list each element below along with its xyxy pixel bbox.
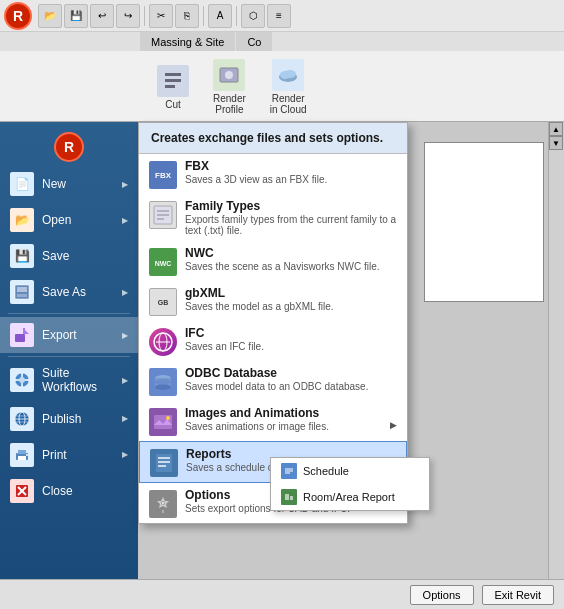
toolbar-undo-button[interactable]: ↩ (90, 4, 114, 28)
ifc-icon (149, 328, 177, 356)
svg-rect-2 (165, 85, 175, 88)
dropdown-header: Creates exchange files and sets options. (139, 123, 407, 154)
svg-point-54 (162, 502, 165, 505)
toolbar-save-button[interactable]: 💾 (64, 4, 88, 28)
sidebar-item-new[interactable]: 📄 New ▶ (0, 166, 138, 202)
reports-submenu: Schedule Room/Area Report (270, 457, 430, 511)
sidebar-item-open[interactable]: 📂 Open ▶ (0, 202, 138, 238)
tab-massing-site[interactable]: Massing & Site (140, 32, 235, 51)
dropdown-item-odbc[interactable]: ODBC Database Saves model data to an ODB… (139, 361, 407, 401)
ribbon-render-profile-button[interactable]: Render Profile (206, 55, 253, 119)
svg-rect-50 (158, 461, 170, 463)
tab-co[interactable]: Co (236, 32, 272, 51)
sidebar-item-save[interactable]: 💾 Save (0, 238, 138, 274)
svg-rect-49 (158, 457, 170, 459)
toolbar-cut-button[interactable]: ✂ (149, 4, 173, 28)
svg-point-15 (19, 377, 25, 383)
sidebar-label-save: Save (42, 249, 69, 263)
save-icon: 💾 (10, 244, 34, 268)
svg-rect-1 (165, 79, 181, 82)
svg-rect-13 (23, 328, 25, 334)
svg-point-47 (166, 416, 170, 420)
svg-text:NWC: NWC (155, 260, 172, 267)
schedule-icon (281, 463, 297, 479)
print-icon (10, 443, 34, 467)
svg-rect-11 (15, 334, 25, 342)
exit-revit-button[interactable]: Exit Revit (482, 585, 554, 605)
fbx-desc: Saves a 3D view as an FBX file. (185, 174, 397, 185)
ribbon-cut-button[interactable]: Cut (150, 61, 196, 114)
sidebar-logo: R (54, 132, 84, 162)
sidebar-label-saveas: Save As (42, 285, 86, 299)
room-area-icon (281, 489, 297, 505)
drawing-canvas (424, 142, 544, 302)
sidebar-item-saveas[interactable]: Save As ▶ (0, 274, 138, 310)
images-title: Images and Animations (185, 406, 382, 420)
dropdown-item-images[interactable]: Images and Animations Saves animations o… (139, 401, 407, 441)
toolbar-text-button[interactable]: A (208, 4, 232, 28)
sidebar-item-print[interactable]: Print ▶ (0, 437, 138, 473)
nwc-title: NWC (185, 246, 397, 260)
ribbon-area: Massing & Site Co Cut Rende (0, 32, 564, 122)
sidebar-divider-1 (8, 313, 130, 314)
scroll-down-button[interactable]: ▼ (549, 136, 563, 150)
scroll-up-button[interactable]: ▲ (549, 122, 563, 136)
svg-point-7 (284, 70, 296, 78)
toolbar: R 📂 💾 ↩ ↪ ✂ ⎘ A ⬡ ≡ (0, 0, 564, 32)
svg-rect-61 (290, 496, 293, 500)
open-arrow-icon: ▶ (122, 216, 128, 225)
toolbar-separator-3 (236, 6, 237, 26)
sidebar: R 📄 New ▶ 📂 Open ▶ 💾 Save (0, 122, 138, 579)
saveas-arrow-icon: ▶ (122, 288, 128, 297)
svg-point-4 (225, 71, 233, 79)
export-arrow-icon: ▶ (122, 331, 128, 340)
sidebar-label-suite: Suite Workflows (42, 366, 97, 395)
odbc-icon (149, 368, 177, 396)
saveas-icon (10, 280, 34, 304)
cut-icon (157, 65, 189, 97)
reports-icon (150, 449, 178, 477)
sidebar-label-new: New (42, 177, 66, 191)
svg-rect-27 (18, 456, 26, 460)
family-types-title: Family Types (185, 199, 397, 213)
render-cloud-icon (272, 59, 304, 91)
ribbon-tabs: Massing & Site Co (0, 32, 564, 51)
fbx-icon: FBX (149, 161, 177, 189)
toolbar-dim-button[interactable]: ⬡ (241, 4, 265, 28)
ribbon-render-cloud-button[interactable]: Render in Cloud (263, 55, 314, 119)
sidebar-label-print: Print (42, 448, 67, 462)
sidebar-label-close: Close (42, 484, 73, 498)
dropdown-item-nwc[interactable]: NWC NWC Saves the scene as a Navisworks … (139, 241, 407, 281)
svg-rect-51 (158, 465, 166, 467)
images-icon (149, 408, 177, 436)
dropdown-item-gbxml[interactable]: GB gbXML Saves the model as a gbXML file… (139, 281, 407, 321)
toolbar-separator-1 (144, 6, 145, 26)
options-button[interactable]: Options (410, 585, 474, 605)
sidebar-item-export[interactable]: Export ▶ (0, 317, 138, 353)
svg-point-44 (155, 379, 171, 385)
sidebar-label-open: Open (42, 213, 71, 227)
sidebar-item-close[interactable]: Close (0, 473, 138, 509)
ribbon-content: Cut Render Profile Render in Cloud (0, 51, 564, 123)
sidebar-item-suite[interactable]: Suite Workflows ▶ (0, 360, 138, 401)
dropdown-item-ifc[interactable]: IFC Saves an IFC file. (139, 321, 407, 361)
fbx-title: FBX (185, 159, 397, 173)
bottom-bar: Options Exit Revit (0, 579, 564, 609)
submenu-room-area-label: Room/Area Report (303, 491, 395, 503)
render-profile-icon (213, 59, 245, 91)
toolbar-measure-button[interactable]: ≡ (267, 4, 291, 28)
toolbar-open-button[interactable]: 📂 (38, 4, 62, 28)
family-types-icon (149, 201, 177, 229)
app-logo[interactable]: R (4, 2, 32, 30)
gbxml-desc: Saves the model as a gbXML file. (185, 301, 397, 312)
submenu-item-schedule[interactable]: Schedule (271, 458, 429, 484)
scrollbar[interactable]: ▲ ▼ (548, 122, 564, 579)
dropdown-item-family-types[interactable]: Family Types Exports family types from t… (139, 194, 407, 241)
toolbar-copy-button[interactable]: ⎘ (175, 4, 199, 28)
dropdown-item-fbx[interactable]: FBX FBX Saves a 3D view as an FBX file. (139, 154, 407, 194)
sidebar-item-publish[interactable]: Publish ▶ (0, 401, 138, 437)
submenu-item-room-area[interactable]: Room/Area Report (271, 484, 429, 510)
toolbar-redo-button[interactable]: ↪ (116, 4, 140, 28)
print-arrow-icon: ▶ (122, 450, 128, 459)
gbxml-icon: GB (149, 288, 177, 316)
